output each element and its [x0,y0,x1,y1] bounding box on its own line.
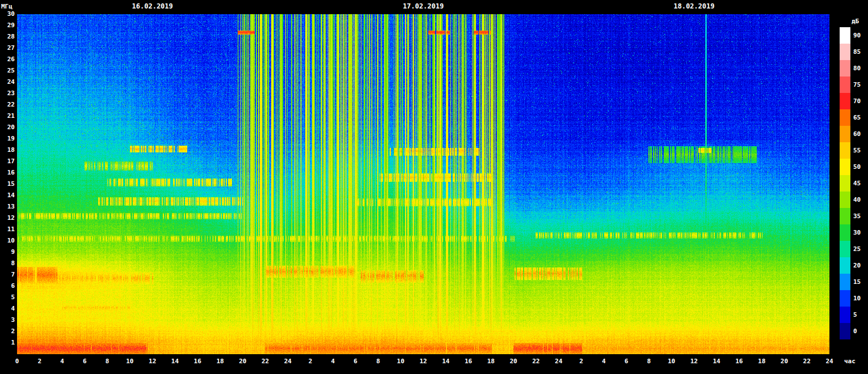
x-tick-label: 14 [438,358,454,365]
y-tick-label: 20 [0,124,15,131]
x-tick-label: 6 [77,358,92,365]
y-tick-label: 9 [0,248,15,256]
x-tick-label: 4 [596,358,612,365]
colorbar-tick-label: 70 [853,97,861,105]
x-tick-label: 10 [122,358,138,365]
y-tick-label: 1 [0,339,15,347]
colorbar-tick-label: 90 [853,32,861,39]
colorbar-tick-label: 0 [853,328,857,335]
colorbar-tick-label: 45 [853,180,861,187]
colorbar-segment [840,175,850,192]
y-tick-label: 2 [0,328,15,335]
x-tick-label: 4 [54,358,70,365]
colorbar-segment [840,224,850,241]
colorbar-segment [840,109,850,126]
spectrogram-canvas [17,14,829,354]
y-tick-label: 14 [0,192,15,199]
x-tick-label: 2 [573,358,589,365]
y-tick-label: 29 [0,22,15,29]
colorbar-segment [840,257,850,274]
colorbar-segment [840,76,850,93]
x-tick-label: 20 [776,358,792,365]
date-label: 17.02.2019 [403,2,444,10]
y-tick-label: 26 [0,56,15,63]
colorbar-segment [840,192,850,208]
x-tick-label: 12 [686,358,702,365]
colorbar-tick-label: 50 [853,163,861,171]
x-tick-label: 18 [754,358,770,365]
y-tick-label: 10 [0,237,15,245]
colorbar-segment [840,274,850,290]
date-label: 16.02.2019 [132,2,173,10]
x-tick-label: 12 [145,358,161,365]
x-tick-label: 10 [664,358,680,365]
y-tick-label: 4 [0,305,15,313]
x-tick-label: 2 [32,358,48,365]
colorbar-tick-label: 20 [853,262,861,269]
spectrogram-screen: МГц 16.02.201917.02.201918.02.2019 30292… [0,0,868,374]
x-tick-label: 6 [348,358,364,365]
x-tick-label: 18 [483,358,499,365]
colorbar-segment [840,290,850,307]
x-tick-label: 20 [505,358,521,365]
y-tick-label: 28 [0,33,15,41]
y-tick-label: 27 [0,44,15,52]
colorbar-tick-label: 10 [853,295,861,302]
colorbar-tick-label: 65 [853,114,861,121]
y-tick-label: 18 [0,146,15,154]
y-tick-label: 13 [0,203,15,211]
x-tick-label: 16 [731,358,747,365]
x-tick-label: 16 [461,358,477,365]
hour-unit-label: час [844,358,856,365]
colorbar-segment [840,323,850,339]
colorbar-segment [840,241,850,257]
y-tick-label: 7 [0,271,15,279]
y-tick-label: 23 [0,90,15,97]
x-tick-label: 6 [618,358,634,365]
x-tick-label: 12 [415,358,431,365]
x-tick-label: 20 [235,358,251,365]
y-tick-label: 19 [0,135,15,143]
y-tick-label: 3 [0,316,15,324]
colorbar-tick-label: 35 [853,212,861,220]
colorbar-segment [840,307,850,323]
colorbar-tick-label: 40 [853,196,861,203]
y-tick-label: 8 [0,260,15,267]
x-tick-label: 22 [799,358,815,365]
colorbar-unit-label: дБ [852,18,859,25]
colorbar-tick-label: 75 [853,81,861,88]
x-tick-label: 8 [370,358,386,365]
y-tick-label: 24 [0,78,15,86]
x-tick-label: 0 [9,358,25,365]
x-tick-label: 18 [212,358,228,365]
colorbar-segment [840,126,850,142]
x-tick-label: 4 [325,358,341,365]
y-tick-label: 11 [0,226,15,233]
freq-unit-label: МГц [1,3,12,10]
colorbar-tick-label: 85 [853,48,861,56]
colorbar-tick-label: 5 [853,311,857,318]
x-tick-label: 22 [528,358,544,365]
x-tick-label: 24 [280,358,296,365]
x-tick-label: 8 [641,358,657,365]
y-tick-label: 5 [0,294,15,301]
y-tick-label: 12 [0,214,15,222]
colorbar-segment [840,27,850,44]
y-tick-label: 6 [0,282,15,290]
x-tick-label: 16 [189,358,205,365]
y-tick-label: 30 [0,10,15,18]
x-tick-label: 10 [393,358,408,365]
colorbar-tick-label: 30 [853,229,861,236]
y-tick-label: 15 [0,180,15,188]
y-tick-label: 16 [0,169,15,177]
colorbar-tick-label: 60 [853,130,861,138]
x-tick-label: 8 [99,358,115,365]
x-tick-label: 22 [258,358,273,365]
y-tick-label: 25 [0,67,15,75]
x-tick-label: 2 [302,358,318,365]
x-tick-label: 14 [709,358,724,365]
x-tick-label: 24 [551,358,567,365]
date-label: 18.02.2019 [673,2,714,10]
colorbar-segment [840,44,850,60]
x-tick-label: 24 [821,358,837,365]
